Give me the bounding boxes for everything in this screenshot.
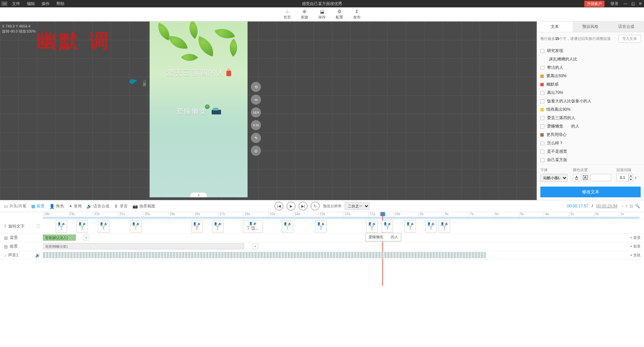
timeline-clip-8[interactable]: 👤🔊T xyxy=(315,220,327,233)
toolbar-3[interactable]: ⚙配置 xyxy=(336,9,343,20)
zoom-in[interactable]: + xyxy=(625,204,628,208)
text-item-8[interactable]: 爱丢三落四的人 xyxy=(540,114,641,122)
maximize-icon[interactable]: ◱ xyxy=(629,1,637,6)
play-button[interactable]: ▶ xyxy=(287,202,296,210)
time-total[interactable]: 00:00:23.94 xyxy=(596,204,618,208)
float-tool-3[interactable]: 9:16 xyxy=(251,120,261,130)
text-item-5[interactable]: 高出70% xyxy=(540,89,641,97)
add-fg-track[interactable]: + 前景 xyxy=(630,244,641,249)
audio-track-icon: ♪ xyxy=(4,253,6,258)
timeline-clip-9[interactable]: 👤🔊T xyxy=(366,220,378,233)
bg-clip[interactable]: 背景(默认淡入) xyxy=(43,235,76,241)
add-fg-clip[interactable]: + xyxy=(252,243,258,249)
zoom-fit-icon[interactable]: ⊡ xyxy=(630,204,633,208)
toolbar-0[interactable]: ⌂首页 xyxy=(283,9,291,20)
timeline-clip-12[interactable]: 👤🔊T xyxy=(425,220,437,233)
timeline-clip-7[interactable]: 👤🔊T xyxy=(282,220,293,233)
tab-preset[interactable]: 预设风格 xyxy=(573,21,608,32)
spacing-up[interactable]: ▲ xyxy=(629,174,633,178)
sec-item-1[interactable]: ▦前景 xyxy=(31,203,45,209)
text-item-0[interactable]: 研究发现 xyxy=(540,47,641,55)
prev-button[interactable]: |◀ xyxy=(275,202,283,210)
add-bg-track[interactable]: + 背景 xyxy=(630,235,641,240)
text-item-2[interactable]: 整洁的人 xyxy=(540,63,641,72)
canvas-area[interactable]: X 749.9 Y 4654.4 旋转-90.0 缩放105% 幽默 调 高出7… xyxy=(0,21,537,200)
timeline-clip-5[interactable]: 👤🔊T xyxy=(212,220,223,233)
font-select[interactable]: 站酷小薇LOGO体 xyxy=(540,174,568,182)
next-button[interactable]: ▶| xyxy=(299,202,308,210)
text-item-7[interactable]: 情商高出90% xyxy=(540,105,641,114)
text-item-3[interactable]: 要高出50% xyxy=(540,72,641,80)
audio-clip[interactable] xyxy=(43,252,486,258)
upgrade-button[interactable]: 升级账户 xyxy=(584,1,604,7)
timeline-clip-0[interactable]: 👤🔊T xyxy=(56,220,67,233)
float-tool-2[interactable]: 16:9 xyxy=(251,107,261,117)
float-tool-4[interactable]: ✎ xyxy=(251,133,261,143)
sec-item-4[interactable]: 🔊语音合成 xyxy=(87,203,109,209)
right-panel: 文本 预设风格 语音合成 每行最多15个字，请通过回车换行调整段落 导入文本 研… xyxy=(537,21,644,200)
close-icon[interactable]: ✕ xyxy=(637,1,644,6)
zoom-search-icon[interactable]: 🔍 xyxy=(635,204,640,208)
timeline-clip-11[interactable]: 👤🔊T xyxy=(405,220,416,233)
text-item-6[interactable]: 饭量大的人比饭量小的人 xyxy=(540,97,641,105)
tab-text[interactable]: 文本 xyxy=(537,21,573,32)
text-item-13[interactable]: 自己某方面 xyxy=(540,156,641,164)
bg-track-icon: ▨ xyxy=(4,236,8,240)
toolbar-1[interactable]: ⊕新建 xyxy=(301,9,308,20)
tab-voice[interactable]: 语音合成 xyxy=(608,21,644,32)
float-tool-0[interactable]: ⟲ xyxy=(251,82,261,92)
sec-item-6[interactable]: 📷场景截图 xyxy=(132,203,155,209)
text-item-12[interactable]: 是不是感觉 xyxy=(540,147,641,156)
artboard[interactable]: 爱丢三落四的人 爱睡懒觉 ▾ xyxy=(150,21,248,197)
menu-help[interactable]: 帮助 xyxy=(53,1,68,7)
text-item-10[interactable]: 更具同情心 xyxy=(540,131,641,139)
float-tool-1[interactable]: ⇔ xyxy=(251,95,261,105)
menu-file[interactable]: 文件 xyxy=(9,1,23,7)
timeline-clip-1[interactable]: 👤🔊T xyxy=(76,220,88,233)
text-item-9[interactable]: 爱睡懒觉 的人 xyxy=(540,122,641,131)
spacing-input[interactable] xyxy=(616,174,629,181)
timeline-ruler[interactable]: 24s23s22s21s20s19s18s17s16s15s14s13s12s1… xyxy=(43,212,644,219)
track-info-icon[interactable]: ⓘ xyxy=(36,224,40,229)
minimize-icon[interactable]: — xyxy=(622,1,629,6)
main-toolbar: ⌂首页⊕新建⬓保存⚙配置↥发布 xyxy=(0,7,644,21)
loop-button[interactable]: ↻ xyxy=(311,202,320,210)
timeline-clip-13[interactable]: 👤🔊T xyxy=(439,220,450,233)
color-preview[interactable] xyxy=(590,174,611,181)
sec-item-5[interactable]: 🎙录音 xyxy=(114,203,128,209)
float-tool-5[interactable]: ◎ xyxy=(251,146,261,156)
modify-text-button[interactable]: 修改文本 xyxy=(540,187,641,197)
text-item-1[interactable]: 床乱糟糟的人比 xyxy=(540,55,641,63)
timeline-clip-10[interactable]: 👤🔊T xyxy=(382,220,393,233)
timeline-clip-4[interactable]: 👤🔊T xyxy=(191,220,203,233)
zoom-out[interactable]: − xyxy=(621,204,623,208)
timeline-clip-2[interactable]: 👤🔊T xyxy=(98,220,109,233)
check-icon xyxy=(205,104,210,109)
text-item-4[interactable]: 幽默感 xyxy=(540,80,641,89)
sec-item-3[interactable]: ✦装饰 xyxy=(69,203,82,209)
spacing-down[interactable]: ▼ xyxy=(629,178,633,181)
import-text-button[interactable]: 导入文本 xyxy=(619,35,641,43)
fps-select[interactable]: 二分之一 xyxy=(345,202,370,210)
text-item-11[interactable]: 怎么样？ xyxy=(540,139,641,147)
clip-track-body[interactable]: 爱睡懒觉 的人 👤🔊T👤🔊T👤🔊T👤🔊T👤🔊T👤🔊T👤🔊T 饭...👤🔊T👤🔊T… xyxy=(43,219,644,233)
timeline-clip-6[interactable]: 👤🔊T 饭... xyxy=(243,220,263,233)
expand-tab[interactable]: ▾ xyxy=(190,193,207,197)
timeline-range[interactable] xyxy=(43,217,639,219)
text-color-button[interactable]: A xyxy=(573,174,580,181)
timeline-clip-3[interactable]: 👤🔊T xyxy=(130,220,142,233)
text-list[interactable]: 研究发现床乱糟糟的人比整洁的人要高出50%幽默感高出70%饭量大的人比饭量小的人… xyxy=(537,45,644,164)
login-button[interactable]: 登录 xyxy=(607,1,622,7)
toolbar-4[interactable]: ↥发布 xyxy=(353,9,361,20)
menu-edit[interactable]: 编辑 xyxy=(23,1,38,7)
fg-clip[interactable]: 前景(蝴蝶光晕) xyxy=(43,243,244,249)
add-bg-clip[interactable]: + xyxy=(83,235,89,241)
sec-item-2[interactable]: 👤角色 xyxy=(49,203,64,209)
sec-item-0[interactable]: ▭片头/片尾 xyxy=(4,203,26,209)
playhead[interactable] xyxy=(380,212,385,216)
audio-mute-icon[interactable]: 🔊 xyxy=(35,253,40,258)
toolbar-2[interactable]: ⬓保存 xyxy=(318,9,326,20)
add-audio-track[interactable]: + 音轨 xyxy=(630,253,641,258)
outline-color-button[interactable]: A xyxy=(582,174,589,181)
menu-operate[interactable]: 操作 xyxy=(38,1,53,7)
